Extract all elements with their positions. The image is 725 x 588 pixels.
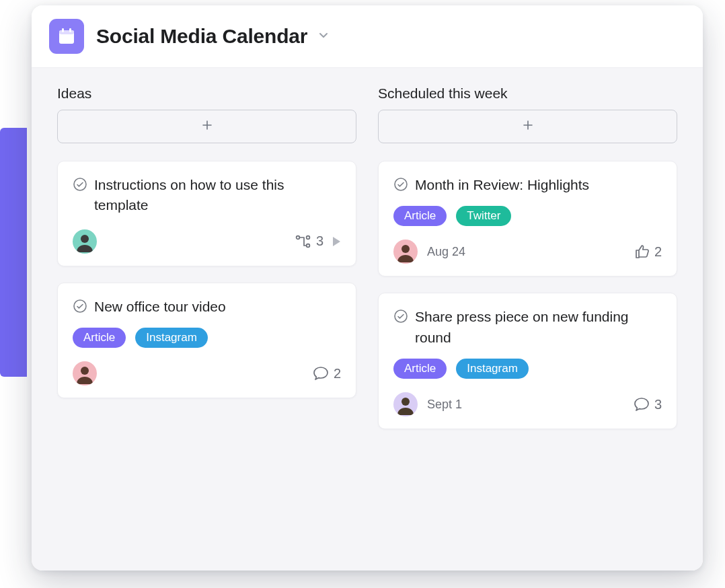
- tag-row: Article Twitter: [393, 206, 662, 226]
- plus-icon: [200, 118, 214, 135]
- tag[interactable]: Article: [73, 328, 126, 348]
- svg-point-9: [74, 300, 86, 312]
- svg-point-5: [81, 235, 89, 243]
- subtask-count[interactable]: 3: [295, 233, 341, 250]
- tag[interactable]: Twitter: [456, 206, 511, 226]
- svg-point-13: [395, 310, 407, 322]
- avatar[interactable]: [73, 361, 97, 385]
- column-ideas: Ideas Instructions on how to use this te…: [57, 85, 356, 550]
- svg-rect-2: [62, 28, 64, 32]
- tag[interactable]: Article: [393, 206, 447, 226]
- card-title: Instructions on how to use this template: [94, 175, 341, 216]
- page-title: Social Media Calendar: [96, 25, 307, 48]
- tag-row: Article Instagram: [393, 359, 662, 379]
- tag[interactable]: Instagram: [135, 328, 208, 348]
- svg-point-4: [74, 178, 86, 190]
- tag[interactable]: Article: [393, 359, 447, 379]
- subtasks-icon: [295, 233, 312, 250]
- comment-number: 3: [654, 397, 662, 412]
- like-number: 2: [654, 244, 662, 260]
- kanban-board: Ideas Instructions on how to use this te…: [32, 68, 703, 571]
- avatar[interactable]: [393, 240, 418, 264]
- comment-number: 2: [334, 366, 341, 381]
- svg-rect-1: [59, 30, 74, 34]
- svg-point-11: [395, 178, 407, 190]
- card[interactable]: Share press piece on new funding round A…: [378, 293, 677, 429]
- app-window: Social Media Calendar Ideas Instructions…: [32, 5, 703, 571]
- avatar[interactable]: [73, 229, 97, 254]
- check-circle-icon[interactable]: [73, 177, 87, 194]
- tag[interactable]: Instagram: [456, 359, 529, 379]
- comment-count[interactable]: 2: [312, 365, 341, 381]
- background-accent: [0, 128, 27, 377]
- svg-point-14: [402, 398, 410, 406]
- card-title: Month in Review: Highlights: [415, 175, 589, 195]
- comment-icon: [633, 396, 650, 412]
- calendar-icon: [49, 19, 84, 54]
- svg-rect-3: [69, 28, 71, 32]
- card-due-date: Aug 24: [427, 245, 465, 259]
- card-due-date: Sept 1: [427, 398, 462, 412]
- check-circle-icon[interactable]: [393, 309, 408, 326]
- svg-point-12: [402, 245, 410, 253]
- comment-icon: [312, 365, 330, 381]
- column-scheduled: Scheduled this week Month in Review: Hig…: [378, 85, 677, 550]
- card[interactable]: Month in Review: Highlights Article Twit…: [378, 161, 677, 277]
- column-title: Scheduled this week: [378, 85, 677, 102]
- comment-count[interactable]: 3: [633, 396, 662, 412]
- tag-row: Article Instagram: [73, 328, 341, 348]
- card-title: Share press piece on new funding round: [415, 307, 662, 348]
- avatar[interactable]: [393, 392, 418, 416]
- plus-icon: [521, 118, 535, 135]
- column-title: Ideas: [57, 85, 356, 102]
- like-count[interactable]: 2: [634, 244, 662, 260]
- add-card-button[interactable]: [57, 110, 356, 143]
- chevron-down-icon[interactable]: [317, 28, 330, 44]
- subtask-number: 3: [316, 233, 323, 249]
- check-circle-icon[interactable]: [393, 177, 408, 194]
- check-circle-icon[interactable]: [73, 299, 87, 316]
- card-title: New office tour video: [94, 297, 226, 317]
- thumbs-up-icon: [634, 244, 650, 260]
- card[interactable]: New office tour video Article Instagram: [57, 283, 356, 398]
- window-header: Social Media Calendar: [32, 5, 703, 68]
- svg-point-7: [306, 235, 309, 239]
- play-icon: [332, 236, 341, 247]
- card[interactable]: Instructions on how to use this template…: [57, 161, 356, 266]
- add-card-button[interactable]: [378, 110, 677, 143]
- svg-point-10: [81, 367, 89, 375]
